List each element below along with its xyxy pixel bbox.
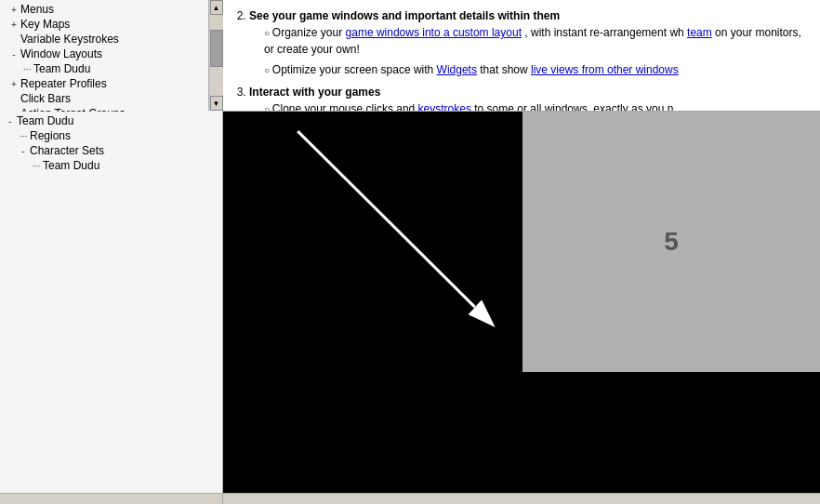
expand-icon[interactable]: + bbox=[7, 20, 20, 30]
bullet1-rest: , with instant re-arrangement wh bbox=[524, 26, 683, 39]
sidebar-label: Character Sets bbox=[30, 144, 104, 157]
game-windows-link[interactable]: game windows into a custom layout bbox=[346, 26, 522, 39]
section2-heading: See your game windows and important deta… bbox=[249, 9, 560, 22]
sidebar-label: Team Dudu bbox=[43, 159, 99, 172]
preview-number: 5 bbox=[664, 227, 679, 257]
section3-heading: Interact with your games bbox=[249, 86, 380, 99]
sidebar-item-regions[interactable]: ··· Regions bbox=[0, 128, 222, 143]
sidebar-label: Team Dudu bbox=[17, 114, 73, 127]
keystrokes-link[interactable]: keystrokes bbox=[418, 102, 471, 111]
scroll-down-button[interactable]: ▼ bbox=[210, 96, 223, 111]
sidebar-label: Regions bbox=[30, 129, 71, 142]
sidebar-label: Menus bbox=[20, 3, 54, 16]
bullet2-rest: that show bbox=[480, 63, 531, 76]
preview-box: 5 bbox=[522, 112, 820, 372]
bullet1: Organize your game windows into a custom… bbox=[264, 24, 809, 58]
collapse-icon[interactable]: - bbox=[17, 146, 30, 156]
bullet3-rest: to some or all windows, exactly as you n… bbox=[474, 102, 682, 111]
sidebar-label: Team Dudu bbox=[33, 62, 90, 75]
status-bar-left bbox=[0, 494, 223, 504]
sidebar-item-team-dudu-root[interactable]: - Team Dudu bbox=[0, 113, 222, 128]
sidebar-label: Click Bars bbox=[20, 92, 71, 105]
bullet2-text: Optimize your screen space with bbox=[272, 63, 437, 76]
leaf-icon: ··· bbox=[30, 161, 43, 171]
bullet3: Clone your mouse clicks and keystrokes t… bbox=[264, 100, 809, 111]
sidebar-item-click-bars[interactable]: Click Bars bbox=[0, 91, 222, 106]
sidebar-item-keymaps[interactable]: + Key Maps bbox=[0, 17, 222, 32]
sidebar-item-window-layouts[interactable]: - Window Layouts bbox=[0, 46, 222, 61]
sidebar-item-menus[interactable]: + Menus bbox=[0, 2, 222, 17]
sidebar-scrollbar[interactable]: ▲ ▼ bbox=[208, 0, 223, 111]
sidebar-label: Repeater Profiles bbox=[20, 77, 107, 90]
help-content: See your game windows and important deta… bbox=[223, 0, 820, 111]
bullet1-text: Organize your bbox=[272, 26, 346, 39]
scroll-thumb[interactable] bbox=[210, 30, 223, 67]
bullet3-text: Clone your mouse clicks and bbox=[272, 102, 418, 111]
sidebar-item-variable-keystrokes[interactable]: Variable Keystrokes bbox=[0, 32, 222, 46]
status-bar-right bbox=[223, 494, 820, 504]
live-views-link[interactable]: live views from other windows bbox=[531, 63, 679, 76]
sidebar-bottom: - Team Dudu ··· Regions - Character Sets… bbox=[0, 112, 223, 493]
status-bar bbox=[0, 493, 820, 504]
expand-icon[interactable]: + bbox=[7, 5, 20, 15]
sidebar-item-character-sets[interactable]: - Character Sets bbox=[0, 143, 222, 158]
sidebar-item-team-dudu-child[interactable]: ··· Team Dudu bbox=[0, 158, 222, 173]
expand-icon[interactable]: + bbox=[7, 79, 20, 89]
svg-line-1 bbox=[298, 131, 475, 307]
leaf-icon: ··· bbox=[17, 131, 30, 141]
sidebar-label: Variable Keystrokes bbox=[20, 33, 119, 46]
main-content-area: 5 bbox=[223, 112, 820, 493]
sidebar-item-team-dudu-1[interactable]: ··· Team Dudu bbox=[0, 61, 222, 76]
scroll-up-button[interactable]: ▲ bbox=[210, 0, 223, 15]
widgets-link[interactable]: Widgets bbox=[437, 63, 477, 76]
sidebar-item-repeater-profiles[interactable]: + Repeater Profiles bbox=[0, 76, 222, 91]
sidebar-label: Window Layouts bbox=[20, 47, 102, 60]
collapse-icon[interactable]: - bbox=[7, 49, 20, 60]
team-link[interactable]: team bbox=[687, 26, 712, 39]
bullet2: Optimize your screen space with Widgets … bbox=[264, 61, 809, 78]
sidebar-label: Key Maps bbox=[20, 18, 70, 31]
leaf-icon: ··· bbox=[20, 64, 33, 74]
collapse-icon[interactable]: - bbox=[4, 116, 17, 126]
